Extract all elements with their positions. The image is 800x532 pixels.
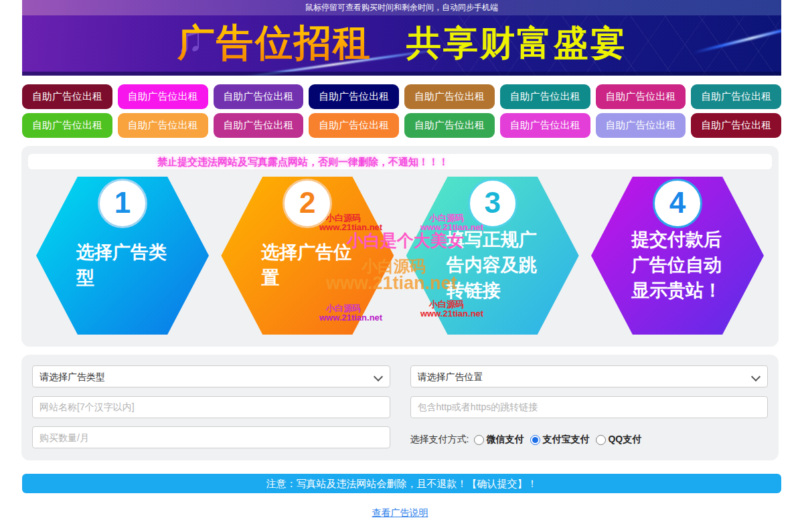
payment-row: 选择支付方式: 微信支付支付宝支付QQ支付 — [410, 426, 769, 450]
step-number-badge: 4 — [653, 179, 702, 228]
banner-subtitle: 共享财富盛宴 — [406, 20, 627, 67]
ad-slot-button[interactable]: 自助广告位出租 — [691, 113, 781, 138]
step-number-badge: 1 — [98, 179, 147, 228]
ad-slot-button[interactable]: 自助广告位出租 — [22, 84, 112, 109]
quantity-input[interactable] — [32, 426, 390, 448]
step-hexagon-2: 2选择广告位置 — [221, 177, 394, 335]
step-label: 选择广告类型 — [76, 221, 177, 291]
step-hexagon-4: 4提交付款后广告位自动显示贵站！ — [591, 177, 764, 335]
payment-options: 微信支付支付宝支付QQ支付 — [474, 434, 641, 446]
ad-type-select[interactable]: 请选择广告类型 — [32, 365, 390, 387]
ad-slot-button[interactable]: 自助广告位出租 — [500, 113, 590, 138]
redirect-link-input[interactable] — [410, 396, 769, 418]
ad-info-link[interactable]: 查看广告说明 — [372, 507, 428, 518]
ad-buttons-row2: 自助广告位出租自助广告位出租自助广告位出租自助广告位出租自助广告位出租自助广告位… — [22, 113, 781, 138]
ad-slot-button[interactable]: 自助广告位出租 — [596, 113, 686, 138]
warning-text: 禁止提交违法网站及写真露点网站，否则一律删除，不通知！！！ — [157, 156, 449, 167]
ad-position-select-wrap: 请选择广告位置 — [410, 365, 769, 389]
payment-radio[interactable] — [530, 435, 540, 445]
banner-text-row: 广告位招租 共享财富盛宴 — [22, 15, 781, 72]
payment-option-label: QQ支付 — [608, 434, 641, 446]
payment-option-2[interactable]: 支付宝支付 — [530, 434, 589, 446]
step-number-badge: 2 — [283, 179, 332, 228]
topbar-notice-text: 鼠标停留可查看购买时间和剩余时间，自动同步手机端 — [305, 3, 498, 12]
ad-slot-button-grid: 自助广告位出租自助广告位出租自助广告位出租自助广告位出租自助广告位出租自助广告位… — [22, 84, 781, 142]
payment-option-label: 支付宝支付 — [542, 434, 589, 446]
payment-radio[interactable] — [474, 435, 484, 445]
payment-radio[interactable] — [596, 435, 606, 445]
ad-slot-button[interactable]: 自助广告位出租 — [22, 113, 112, 138]
ad-position-select[interactable]: 请选择广告位置 — [410, 365, 769, 387]
step-hexagon-1: 1选择广告类型 — [36, 177, 209, 335]
ad-slot-button[interactable]: 自助广告位出租 — [404, 113, 495, 138]
site-name-input[interactable] — [32, 396, 390, 418]
ad-type-select-wrap: 请选择广告类型 — [32, 365, 390, 389]
ad-slot-button[interactable]: 自助广告位出租 — [691, 84, 781, 109]
ad-slot-button[interactable]: 自助广告位出租 — [309, 113, 399, 138]
ad-slot-button[interactable]: 自助广告位出租 — [214, 113, 304, 138]
payment-option-3[interactable]: QQ支付 — [596, 434, 641, 446]
steps-panel: 禁止提交违法网站及写真露点网站，否则一律删除，不通知！！！ 1选择广告类型2选择… — [21, 146, 779, 347]
ad-slot-button[interactable]: 自助广告位出租 — [404, 84, 495, 109]
ad-slot-button[interactable]: 自助广告位出租 — [118, 84, 208, 109]
payment-option-1[interactable]: 微信支付 — [474, 434, 524, 446]
submit-button[interactable]: 注意：写真站及违法网站会删除，且不退款！【确认提交】！ — [22, 474, 781, 493]
ad-slot-button[interactable]: 自助广告位出租 — [214, 84, 304, 109]
ad-slot-button[interactable]: 自助广告位出租 — [309, 84, 399, 109]
step-hexagon-3: 3填写正规广告内容及跳转链接 — [406, 177, 579, 335]
header-banner: 鼠标停留可查看购买时间和剩余时间，自动同步手机端 ♫ 广告位招租 共享财富盛宴 — [22, 0, 781, 76]
warning-strip: 禁止提交违法网站及写真露点网站，否则一律删除，不通知！！！ — [28, 154, 772, 169]
payment-option-label: 微信支付 — [486, 434, 524, 446]
step-number-badge: 3 — [468, 179, 517, 228]
banner-title: 广告位招租 — [177, 18, 372, 69]
order-form-panel: 请选择广告类型 请选择广告位置 选择支付方式: 微信支付支付宝支付QQ支付 — [21, 355, 779, 460]
ad-slot-button[interactable]: 自助广告位出租 — [500, 84, 590, 109]
step-label: 选择广告位置 — [261, 221, 362, 291]
footer-link-row: 查看广告说明 — [0, 507, 800, 519]
ad-buttons-row1: 自助广告位出租自助广告位出租自助广告位出租自助广告位出租自助广告位出租自助广告位… — [22, 84, 781, 109]
payment-method-label: 选择支付方式: — [410, 434, 469, 446]
ad-slot-button[interactable]: 自助广告位出租 — [596, 84, 686, 109]
steps-row: 1选择广告类型2选择广告位置3填写正规广告内容及跳转链接4提交付款后广告位自动显… — [21, 177, 779, 335]
topbar-notice: 鼠标停留可查看购买时间和剩余时间，自动同步手机端 — [22, 0, 781, 15]
ad-slot-button[interactable]: 自助广告位出租 — [118, 113, 208, 138]
